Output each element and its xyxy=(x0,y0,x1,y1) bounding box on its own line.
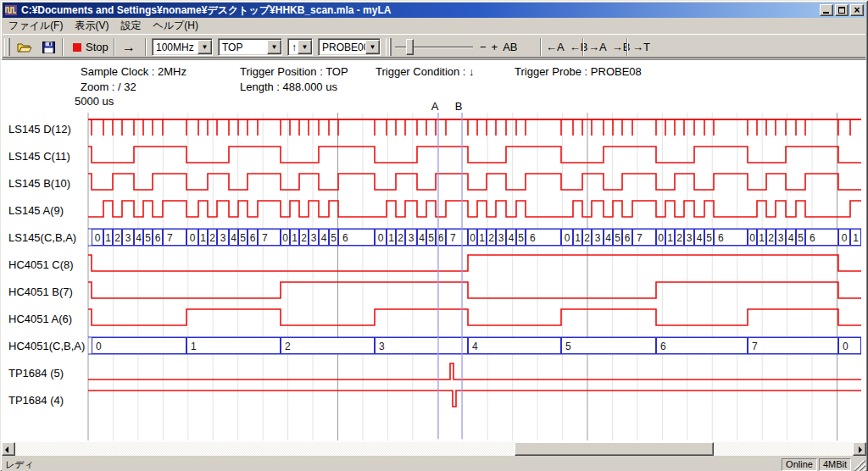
waveform-plot[interactable]: LS145 D(12)LS145 C(11)LS145 B(10)LS145 A… xyxy=(0,0,868,457)
scroll-left-button[interactable] xyxy=(2,442,15,456)
bit-waveform xyxy=(88,309,861,325)
statusbar: レディ Online 4MBit xyxy=(2,457,866,471)
bus-cell-value: 2 xyxy=(209,232,215,244)
bus-cell-value: 7 xyxy=(637,232,643,244)
bus-cell-value: 0 xyxy=(843,341,849,352)
channel-label: LS145(C,B,A) xyxy=(8,231,76,244)
bus-cell-value: 1 xyxy=(105,232,111,244)
bus-cell-value: 4 xyxy=(136,232,142,244)
bus-cell-value: 3 xyxy=(379,341,385,352)
bus-cell-value: 3 xyxy=(498,232,504,244)
bus-cell xyxy=(469,338,561,354)
bus-cell-value: 3 xyxy=(409,232,415,244)
bit-waveform xyxy=(88,282,861,298)
bus-cell-value: 6 xyxy=(810,232,815,244)
bus-cell-value: 5 xyxy=(518,232,524,244)
bus-cell-value: 3 xyxy=(595,232,601,244)
bus-cell-value: 0 xyxy=(842,232,848,244)
scroll-left-icon xyxy=(5,446,8,453)
channel-label: HC4051 C(8) xyxy=(8,258,74,271)
cursor-a-label: A xyxy=(431,100,439,113)
bus-cell-value: 1 xyxy=(479,232,485,244)
bus-cell-value: 4 xyxy=(788,232,794,244)
scrollbar-thumb[interactable] xyxy=(515,442,714,456)
bus-cell-value: 4 xyxy=(472,341,478,352)
bus-cell-value: 2 xyxy=(398,232,403,244)
bus-cell-value: 3 xyxy=(778,232,784,244)
bit-waveform xyxy=(88,174,861,190)
bus-cell-value: 0 xyxy=(282,232,288,244)
bus-cell-value: 5 xyxy=(565,341,571,352)
channel-label: LS145 C(11) xyxy=(8,150,70,163)
channel-label: TP1684 (4) xyxy=(8,394,64,407)
bus-cell-value: 6 xyxy=(530,232,536,244)
bus-cell-value: 3 xyxy=(311,232,317,244)
bus-cell xyxy=(376,338,468,354)
channel-label: HC4051 A(6) xyxy=(8,313,72,325)
bit-waveform xyxy=(88,201,861,217)
bus-cell-value: 2 xyxy=(488,232,494,244)
status-online-panel: Online xyxy=(782,458,817,471)
bus-cell-value: 2 xyxy=(114,232,120,244)
bus-cell xyxy=(748,338,838,354)
bus-cell-value: 4 xyxy=(321,232,327,244)
channel-label: TP1684 (5) xyxy=(8,367,64,380)
bus-cell-value: 0 xyxy=(749,232,755,244)
bus-cell-value: 6 xyxy=(438,232,444,244)
bus-cell-value: 5 xyxy=(428,232,434,244)
channel-label: LS145 A(9) xyxy=(8,204,64,217)
bus-cell-value: 3 xyxy=(687,232,693,244)
bus-cell-value: 4 xyxy=(419,232,425,244)
bus-cell-value: 6 xyxy=(155,232,161,244)
bus-cell-value: 5 xyxy=(240,232,246,244)
bus-cell-value: 1 xyxy=(388,232,394,244)
bus-cell-value: 2 xyxy=(768,232,774,244)
bus-cell-value: 5 xyxy=(615,232,620,244)
channel-label: LS145 B(10) xyxy=(8,177,70,190)
bus-cell-value: 1 xyxy=(667,232,673,244)
bus-cell-value: 1 xyxy=(575,232,581,244)
bus-cell-value: 0 xyxy=(565,232,570,244)
bus-cell-value: 1 xyxy=(853,232,859,244)
bus-cell-value: 2 xyxy=(584,232,590,244)
bus-cell-value: 7 xyxy=(752,341,758,352)
bus-cell-value: 5 xyxy=(798,232,804,244)
bus-cell-value: 1 xyxy=(191,341,197,352)
bus-cell-value: 1 xyxy=(759,232,765,244)
scroll-right-button[interactable] xyxy=(853,442,866,456)
bus-cell-value: 5 xyxy=(331,232,337,244)
bus-cell-value: 0 xyxy=(470,232,476,244)
bus-cell-value: 0 xyxy=(96,341,102,352)
bus-cell xyxy=(92,338,186,354)
bus-cell-value: 3 xyxy=(220,232,226,244)
bus-cell-value: 6 xyxy=(625,232,631,244)
bus-cell-value: 0 xyxy=(658,232,664,244)
horizontal-scrollbar[interactable] xyxy=(2,442,866,456)
pulse-waveform xyxy=(88,363,861,380)
bus-cell-value: 6 xyxy=(660,341,666,352)
resize-grip[interactable] xyxy=(854,460,865,471)
bus-cell-value: 4 xyxy=(231,232,236,244)
bus-cell-value: 7 xyxy=(167,232,173,244)
bus-cell-value: 2 xyxy=(301,232,307,244)
bus-cell-value: 0 xyxy=(378,232,384,244)
bus-cell-value: 0 xyxy=(95,232,101,244)
scroll-right-icon xyxy=(859,446,862,453)
channel-label: HC4051 B(7) xyxy=(8,285,73,298)
bus-cell-value: 7 xyxy=(450,232,456,244)
status-ready-text: レディ xyxy=(2,458,782,471)
bus-cell-value: 4 xyxy=(697,232,703,244)
bus-cell-value: 1 xyxy=(292,232,298,244)
app-window: C:¥Documents and Settings¥noname¥デスクトップ¥… xyxy=(0,0,868,471)
pulse-waveform xyxy=(88,391,861,407)
bus-cell-value: 4 xyxy=(509,232,515,244)
cursor-b-label: B xyxy=(455,100,463,113)
bus-cell-value: 5 xyxy=(145,232,151,244)
bus-cell-value: 3 xyxy=(125,232,131,244)
bus-cell-value: 4 xyxy=(605,232,611,244)
channel-label: HC4051(C,B,A) xyxy=(8,340,85,352)
bus-cell-value: 6 xyxy=(342,232,348,244)
bit-waveform xyxy=(88,147,861,163)
bus-cell xyxy=(562,338,656,354)
channel-label: LS145 D(12) xyxy=(8,123,71,136)
